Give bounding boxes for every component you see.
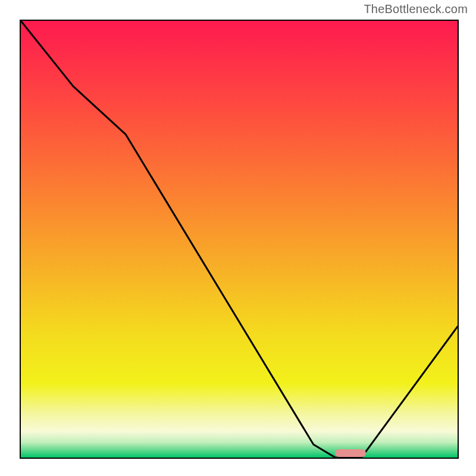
- curve-line: [21, 21, 458, 458]
- chart-container: TheBottleneck.com: [0, 0, 476, 476]
- optimum-marker: [335, 449, 365, 457]
- watermark-text: TheBottleneck.com: [364, 2, 468, 16]
- plot-area: [20, 20, 459, 459]
